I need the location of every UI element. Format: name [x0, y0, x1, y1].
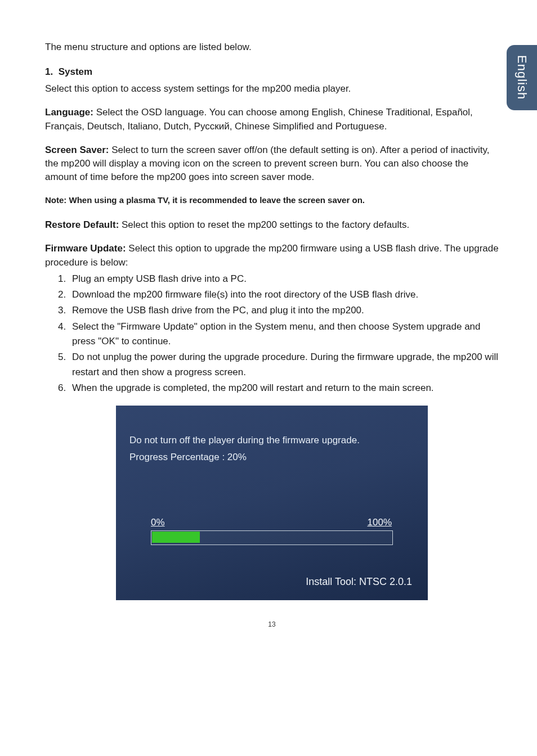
fw-zero-label: 0%: [151, 517, 165, 528]
language-side-tab: English: [507, 45, 537, 110]
language-body: Select the OSD language. You can choose …: [45, 107, 473, 131]
section-number: 1.: [45, 66, 53, 77]
intro-text: The menu structure and options are liste…: [45, 40, 499, 54]
language-label: Language:: [45, 107, 93, 118]
language-paragraph: Language: Select the OSD language. You c…: [45, 106, 499, 133]
list-item: Remove the USB flash drive from the PC, …: [69, 303, 499, 318]
list-item: When the upgrade is completed, the mp200…: [69, 381, 499, 395]
restore-paragraph: Restore Default: Select this option to r…: [45, 218, 499, 232]
firmware-upgrade-screen: Do not turn off the player during the fi…: [116, 406, 428, 600]
list-item: Plug an empty USB flash drive into a PC.: [69, 272, 499, 286]
fw-warning-text: Do not turn off the player during the fi…: [129, 435, 360, 446]
procedure-list: Plug an empty USB flash drive into a PC.…: [56, 272, 499, 396]
screensaver-body: Select to turn the screen saver off/on (…: [45, 145, 489, 182]
screensaver-paragraph: Screen Saver: Select to turn the screen …: [45, 143, 499, 184]
restore-body: Select this option to reset the mp200 se…: [119, 219, 409, 230]
section-title-text: System: [59, 66, 92, 77]
restore-label: Restore Default:: [45, 219, 119, 230]
fw-bar-labels: 0% 100%: [151, 517, 392, 528]
page-number: 13: [45, 620, 499, 628]
fw-install-tool-text: Install Tool: NTSC 2.0.1: [306, 576, 412, 588]
fw-hundred-label: 100%: [368, 517, 392, 528]
section-heading: 1. System: [45, 65, 499, 79]
plasma-note: Note: When using a plasma TV, it is reco…: [45, 194, 499, 206]
fw-progress-fill: [152, 532, 200, 543]
list-item: Do not unplug the power during the upgra…: [69, 350, 499, 380]
firmware-paragraph: Firmware Update: Select this option to u…: [45, 242, 499, 269]
fw-progress-text: Progress Percentage : 20%: [129, 452, 247, 463]
list-item: Download the mp200 firmware file(s) into…: [69, 287, 499, 302]
section-lead: Select this option to access system sett…: [45, 82, 499, 96]
screensaver-label: Screen Saver:: [45, 145, 109, 155]
fw-progress-area: 0% 100%: [151, 517, 392, 545]
fw-progress-bar: [151, 530, 393, 545]
list-item: Select the "Firmware Update" option in t…: [69, 320, 499, 349]
side-tab-label: English: [514, 55, 529, 100]
firmware-screenshot-wrap: Do not turn off the player during the fi…: [45, 406, 499, 600]
firmware-label: Firmware Update:: [45, 243, 126, 254]
